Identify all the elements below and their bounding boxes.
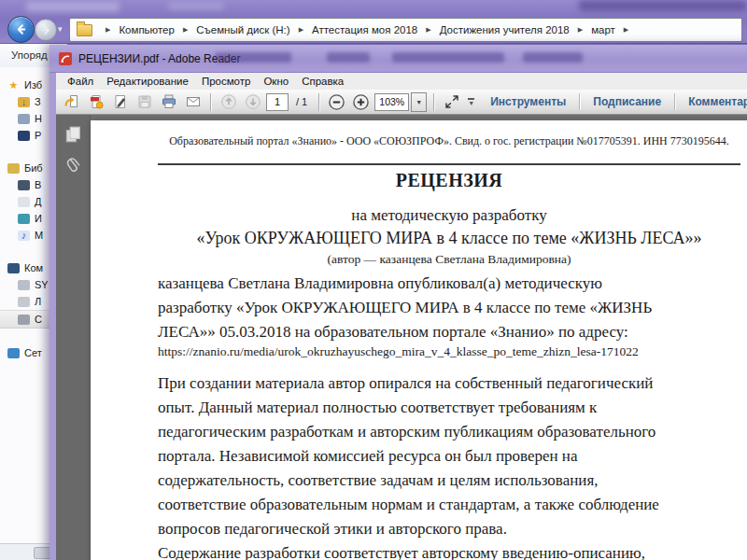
sidebar-item-label: Л: [35, 296, 41, 307]
document-area[interactable]: Образовательный портал «Знанио» - ООО «С…: [56, 115, 747, 560]
doc-subtitle: на методическую разработку: [158, 206, 740, 225]
breadcrumb-label[interactable]: март: [588, 22, 618, 37]
doc-paragraph: казанцева Светлана Владимировна опублико…: [158, 272, 740, 344]
zoom-in-icon: [352, 93, 370, 111]
sidebar-item[interactable]: ★ Изб: [0, 77, 53, 93]
menu-item[interactable]: Окно: [257, 74, 295, 89]
menu-item[interactable]: Файл: [61, 74, 100, 89]
system-drive-icon: [18, 280, 30, 290]
page-thumbnails-icon[interactable]: [63, 125, 82, 144]
reader-menubar: ФайлРедактированиеПросмотрОкноСправка: [56, 73, 747, 90]
next-page-button[interactable]: [242, 92, 263, 112]
computer-icon: [7, 263, 20, 273]
forward-button[interactable]: [35, 19, 57, 41]
breadcrumb-item[interactable]: Съемный диск (H:) ▶: [193, 22, 309, 37]
breadcrumb-separator-icon[interactable]: ▶: [183, 26, 188, 34]
sidebar-item[interactable]: Н: [0, 110, 53, 127]
breadcrumb-item[interactable]: Аттестация моя 2018 ▶: [309, 22, 437, 37]
desktop-icon: [18, 131, 30, 141]
page-number-input[interactable]: 1: [266, 93, 289, 111]
create-pdf-button[interactable]: [85, 92, 106, 112]
sign-edit-button[interactable]: [109, 92, 131, 112]
sidebar-item[interactable]: С: [0, 310, 53, 329]
menu-item[interactable]: Редактирование: [100, 74, 195, 89]
details-pane: [0, 543, 53, 560]
email-envelope-icon: [185, 93, 202, 110]
toolbar-overflow-button[interactable]: ▼: [468, 98, 474, 105]
zoom-level-input[interactable]: 103%: [374, 93, 409, 111]
breadcrumb-item[interactable]: Достижения учителя 2018 ▶: [437, 22, 588, 37]
breadcrumb-separator-icon[interactable]: ▶: [624, 26, 628, 34]
zoom-in-button[interactable]: [350, 92, 372, 112]
doc-url: https://znanio.ru/media/urok_okruzhayusc…: [158, 344, 639, 359]
breadcrumb-separator-icon[interactable]: ▶: [299, 26, 303, 34]
sidebar-item-label: С: [35, 314, 42, 325]
save-button[interactable]: [134, 92, 155, 112]
breadcrumb-separator-icon[interactable]: ▶: [426, 26, 430, 34]
pdf-app-icon: [58, 51, 73, 66]
sidebar-item-label: З: [35, 96, 41, 107]
email-button[interactable]: [182, 92, 204, 112]
sidebar-item[interactable]: Ком: [0, 259, 53, 276]
sidebar-item[interactable]: Сет: [0, 344, 53, 361]
sidebar-item-label: Р: [35, 130, 41, 141]
doc-portal-header: Образовательный портал «Знанио» - ООО «С…: [158, 134, 740, 148]
breadcrumb-item[interactable]: март ▶: [588, 22, 634, 37]
zoom-dropdown-button[interactable]: ▼: [411, 92, 427, 112]
sidebar-item[interactable]: ♪ М: [0, 227, 53, 244]
open-file-icon: [63, 93, 80, 110]
panel-button[interactable]: Инструменты: [477, 95, 579, 108]
back-arrow-icon: [14, 22, 28, 36]
doc-paragraph: Содержание разработки соответствует авто…: [158, 541, 740, 560]
doc-text-line: содержательность, соответствие задачам и…: [158, 469, 740, 493]
breadcrumb-separator-icon[interactable]: ▶: [578, 26, 583, 34]
attachments-paperclip-icon[interactable]: [65, 156, 81, 180]
open-file-button[interactable]: [61, 92, 82, 112]
zoom-out-icon: [328, 93, 345, 111]
doc-text-line: педагогическим разработкам и авторским п…: [158, 420, 740, 444]
sidebar-item-label: Биб: [24, 162, 43, 174]
sidebar-item-label: Д: [35, 196, 41, 207]
titlebar-ghost: [579, 0, 747, 11]
breadcrumb-item[interactable]: Компьютер ▶: [116, 22, 193, 37]
doc-paragraph: При создании материала автор опирался на…: [158, 371, 740, 541]
sidebar-item-label: Изб: [24, 79, 42, 91]
menu-item[interactable]: Справка: [295, 74, 350, 89]
pdf-page: Образовательный портал «Знанио» - ООО «С…: [91, 120, 747, 560]
explorer-navigation-pane: ★ Изб ↓ З Н Р Биб В Д И ♪ М Ком: [0, 67, 53, 544]
sidebar-item[interactable]: Л: [0, 293, 53, 310]
sidebar-item[interactable]: И: [0, 210, 53, 227]
panel-button[interactable]: Подписание: [580, 95, 674, 108]
menu-item[interactable]: Просмотр: [195, 74, 258, 89]
doc-text-line: вопросов педагогической этики и авторско…: [158, 517, 740, 541]
zoom-out-button[interactable]: [326, 92, 347, 112]
documents-icon: [18, 197, 30, 207]
breadcrumb-label[interactable]: Съемный диск (H:): [193, 22, 292, 37]
titlebar-ghost: [215, 52, 291, 63]
breadcrumb-label[interactable]: Компьютер: [116, 22, 177, 37]
titlebar-ghost: [523, 52, 583, 63]
sidebar-item[interactable]: Р: [0, 127, 53, 144]
titlebar-ghost: [327, 52, 370, 63]
address-bar[interactable]: ▶ Компьютер ▶ Съемный диск (H:) ▶ Аттест…: [69, 18, 742, 42]
reader-titlebar[interactable]: РЕЦЕНЗИИ.pdf - Adobe Reader: [49, 45, 747, 73]
breadcrumb-label[interactable]: Аттестация моя 2018: [309, 22, 420, 37]
downloads-folder-icon: ↓: [18, 97, 30, 107]
back-button[interactable]: [7, 16, 35, 43]
reader-toolbar: 1 / 1 103% ▼ ▼ Инструменты: [56, 90, 747, 115]
sidebar-item-label: М: [35, 230, 43, 241]
sidebar-item[interactable]: В: [0, 176, 53, 193]
recent-pages-caret-icon[interactable]: ▾: [58, 24, 63, 34]
print-button[interactable]: [158, 92, 179, 112]
fit-width-button[interactable]: [441, 92, 462, 112]
sidebar-item[interactable]: Д: [0, 193, 53, 210]
sidebar-item[interactable]: ↓ З: [0, 93, 53, 110]
sidebar-item[interactable]: Биб: [0, 160, 53, 176]
previous-page-button[interactable]: [218, 92, 239, 112]
sidebar-item[interactable]: SY: [0, 276, 53, 293]
page-total-label: / 1: [296, 96, 307, 107]
breadcrumb-label[interactable]: Достижения учителя 2018: [437, 22, 572, 37]
page-down-icon: [245, 93, 261, 110]
panel-button[interactable]: Комментарии: [675, 95, 747, 108]
doc-divider: [158, 163, 740, 165]
